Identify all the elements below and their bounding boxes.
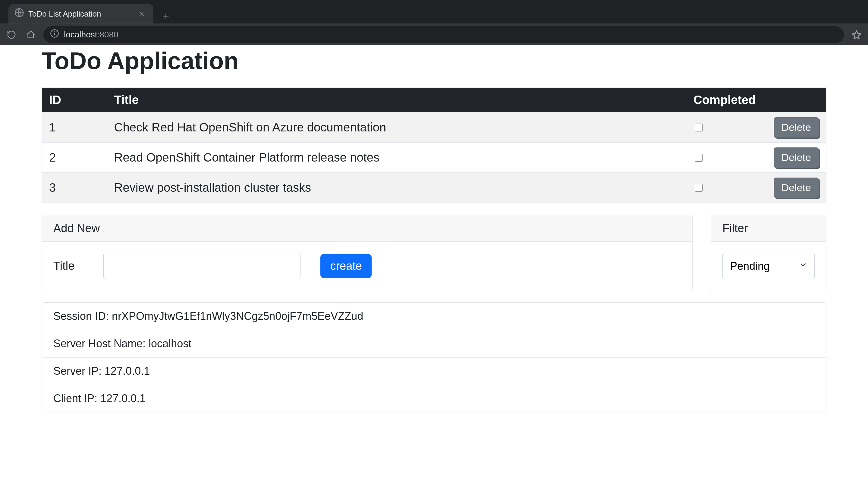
info-server-host: Server Host Name: localhost	[42, 330, 826, 357]
cell-actions: Delete	[763, 173, 827, 203]
info-session-id: Session ID: nrXPOmyJtwG1Ef1nWly3NCgz5n0o…	[42, 303, 826, 330]
cell-title: Review post-installation cluster tasks	[107, 173, 686, 203]
cell-title: Read OpenShift Container Platform releas…	[107, 142, 686, 173]
browser-chrome: ToDo List Application localhost:8080	[0, 0, 868, 45]
info-list: Session ID: nrXPOmyJtwG1Ef1nWly3NCgz5n0o…	[41, 302, 827, 412]
add-new-header: Add New	[42, 215, 692, 242]
col-header-title: Title	[107, 88, 686, 113]
cell-completed	[686, 113, 763, 142]
bookmark-button[interactable]	[850, 28, 863, 41]
cell-id: 3	[42, 173, 107, 203]
cell-id: 1	[42, 113, 107, 142]
completed-checkbox[interactable]	[695, 154, 702, 161]
delete-button[interactable]: Delete	[774, 177, 819, 198]
table-row: 3 Review post-installation cluster tasks…	[42, 173, 827, 203]
filter-card: Filter Pending	[711, 215, 827, 290]
filter-select-wrap: Pending	[723, 253, 815, 279]
completed-checkbox[interactable]	[695, 184, 702, 192]
reload-button[interactable]	[5, 28, 18, 41]
tab-strip: ToDo List Application	[0, 0, 868, 23]
filter-header: Filter	[711, 215, 826, 242]
cell-completed	[686, 173, 763, 203]
todo-table: ID Title Completed 1 Check Red Hat OpenS…	[41, 87, 827, 203]
cell-id: 2	[42, 142, 107, 173]
cell-actions: Delete	[763, 113, 827, 142]
page: ToDo Application ID Title Completed 1 Ch…	[0, 47, 868, 495]
cell-title: Check Red Hat OpenShift on Azure documen…	[107, 113, 686, 142]
table-header-row: ID Title Completed	[42, 88, 827, 113]
col-header-id: ID	[42, 88, 107, 113]
address-row: localhost:8080	[0, 23, 868, 45]
url-host: localhost	[64, 30, 97, 39]
table-row: 2 Read OpenShift Container Platform rele…	[42, 142, 827, 173]
browser-tab[interactable]: ToDo List Application	[8, 4, 153, 23]
home-button[interactable]	[24, 28, 37, 41]
title-label: Title	[53, 259, 74, 273]
site-info-icon[interactable]	[50, 29, 59, 40]
close-tab-button[interactable]	[137, 10, 146, 18]
table-row: 1 Check Red Hat OpenShift on Azure docum…	[42, 113, 827, 142]
completed-checkbox[interactable]	[695, 124, 702, 132]
title-field[interactable]	[103, 253, 300, 279]
url-port: :8080	[97, 30, 119, 39]
delete-button[interactable]: Delete	[774, 117, 819, 137]
globe-icon	[15, 8, 24, 20]
cell-completed	[686, 142, 763, 173]
delete-button[interactable]: Delete	[774, 148, 819, 168]
new-tab-button[interactable]	[158, 9, 173, 23]
address-bar[interactable]: localhost:8080	[44, 26, 844, 43]
container: ToDo Application ID Title Completed 1 Ch…	[41, 47, 827, 412]
info-server-ip: Server IP: 127.0.0.1	[42, 357, 826, 385]
page-title: ToDo Application	[41, 47, 827, 75]
cell-actions: Delete	[763, 142, 827, 173]
filter-select[interactable]: Pending	[723, 253, 815, 279]
create-button[interactable]: create	[320, 254, 371, 278]
col-header-completed: Completed	[686, 88, 763, 113]
add-new-card: Add New Title create	[41, 215, 693, 290]
filter-body: Pending	[711, 242, 826, 290]
url-text: localhost:8080	[64, 30, 119, 39]
info-client-ip: Client IP: 127.0.0.1	[42, 385, 826, 412]
panels-row: Add New Title create Filter Pending	[41, 215, 827, 290]
add-new-form: Title create	[53, 253, 681, 279]
tab-title: ToDo List Application	[28, 9, 133, 19]
col-header-actions	[763, 88, 827, 113]
svg-point-3	[54, 31, 55, 32]
add-new-body: Title create	[42, 242, 692, 290]
